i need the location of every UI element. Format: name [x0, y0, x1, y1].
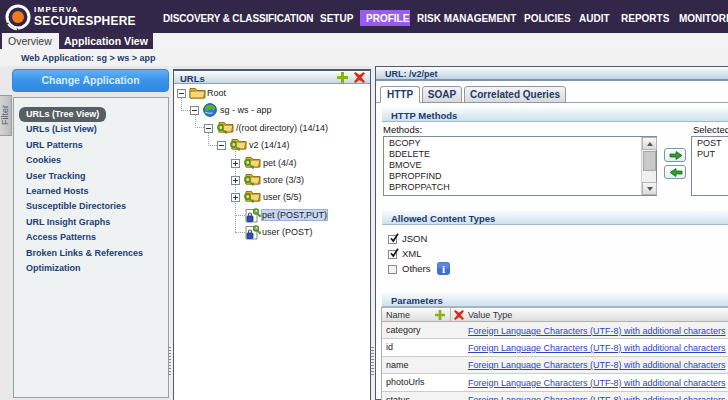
- svg-text:i: i: [442, 263, 445, 275]
